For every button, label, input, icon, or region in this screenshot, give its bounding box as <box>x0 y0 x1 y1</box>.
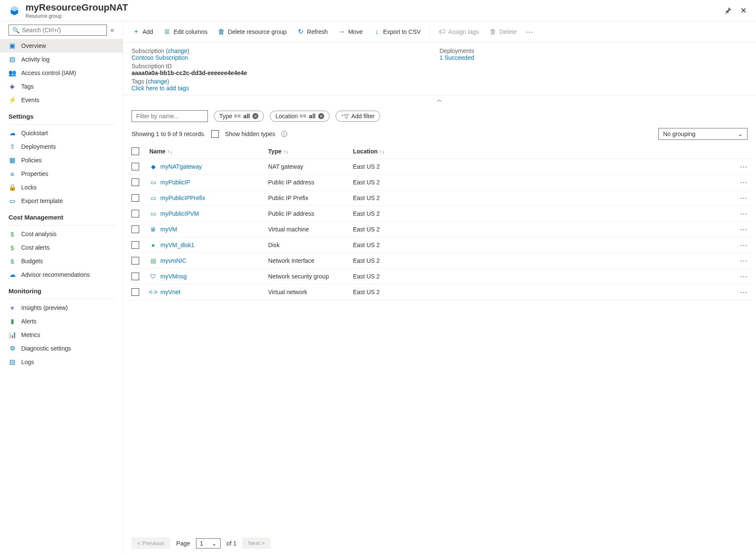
sidebar-item-access-control-iam-[interactable]: 👥Access control (IAM) <box>0 66 123 80</box>
status-row: Showing 1 to 9 of 9 records. Show hidden… <box>123 128 756 144</box>
row-checkbox[interactable] <box>132 257 139 264</box>
sidebar-item-export-template[interactable]: ▭Export template <box>0 194 123 208</box>
collapse-sidebar-icon[interactable]: « <box>110 26 114 34</box>
collapse-essentials-icon[interactable]: ︽ <box>123 95 756 104</box>
row-checkbox[interactable] <box>132 163 139 170</box>
search-icon: 🔍 <box>12 27 20 33</box>
resource-link[interactable]: myNATgateway <box>160 163 202 170</box>
resource-link[interactable]: myvmNIC <box>160 257 186 264</box>
col-name-header[interactable]: Name↑↓ <box>144 144 263 159</box>
sidebar-item-advisor-recommendations[interactable]: ☁Advisor recommendations <box>0 268 123 281</box>
sidebar-item-label: Quickstart <box>21 130 48 136</box>
sidebar-heading: Cost Management <box>0 208 123 223</box>
row-checkbox[interactable] <box>132 225 139 233</box>
row-more-icon[interactable]: ⋯ <box>731 237 753 253</box>
delete-button[interactable]: 🗑Delete <box>486 25 520 38</box>
assign-tags-button[interactable]: 🏷Assign tags <box>435 25 482 38</box>
row-more-icon[interactable]: ⋯ <box>731 284 753 300</box>
export-csv-button[interactable]: ↓Export to CSV <box>370 25 424 38</box>
row-checkbox[interactable] <box>132 194 139 202</box>
page-select[interactable]: 1 ⌄ <box>196 538 221 548</box>
row-more-icon[interactable]: ⋯ <box>731 159 753 175</box>
change-subscription-link[interactable]: change <box>168 47 188 54</box>
col-location-header[interactable]: Location↑↓ <box>348 144 731 159</box>
sidebar-item-alerts[interactable]: ▮Alerts <box>0 315 123 328</box>
resource-link[interactable]: myVM_disk1 <box>160 242 194 248</box>
select-all-checkbox[interactable] <box>132 148 139 155</box>
delete-group-button[interactable]: 🗑Delete resource group <box>214 25 290 38</box>
add-button[interactable]: ＋Add <box>129 25 157 39</box>
resource-type-cell: Network interface <box>263 253 348 269</box>
metrics-icon: 📊 <box>8 331 16 339</box>
resource-link[interactable]: myVMnsg <box>160 273 187 280</box>
row-more-icon[interactable]: ⋯ <box>731 175 753 190</box>
edit-columns-button[interactable]: ≣Edit columns <box>160 25 211 38</box>
more-commands-icon[interactable]: ⋯ <box>523 25 536 39</box>
sidebar-search[interactable]: 🔍 <box>8 25 107 36</box>
subscription-name-link[interactable]: Contoso Subscription <box>132 54 440 61</box>
search-input[interactable] <box>22 27 103 33</box>
show-hidden-checkbox[interactable] <box>211 130 219 138</box>
add-filter-button[interactable]: ⁺▽ Add filter <box>336 111 380 122</box>
col-type-header[interactable]: Type↑↓ <box>263 144 348 159</box>
table-row: 🛡myVMnsg Network security group East US … <box>126 269 753 284</box>
deployments-icon: ⇧ <box>8 143 16 150</box>
sidebar-item-activity-log[interactable]: ▤Activity log <box>0 53 123 66</box>
sidebar-item-logs[interactable]: ▤Logs <box>0 355 123 369</box>
grouping-select[interactable]: No grouping ⌄ <box>658 128 748 140</box>
sort-icon: ↑↓ <box>167 149 172 155</box>
row-checkbox[interactable] <box>132 241 139 249</box>
sidebar-item-diagnostic-settings[interactable]: ⚙Diagnostic settings <box>0 342 123 355</box>
sidebar-item-cost-analysis[interactable]: $Cost analysis <box>0 227 123 241</box>
deployments-link[interactable]: 1 Succeeded <box>440 54 748 61</box>
row-checkbox[interactable] <box>132 178 139 186</box>
next-page-button[interactable]: Next > <box>242 537 271 549</box>
resource-link[interactable]: myVnet <box>160 289 180 295</box>
clear-type-filter-icon[interactable]: ✕ <box>252 113 258 119</box>
filter-type-pill[interactable]: Type == all ✕ <box>214 111 264 122</box>
sidebar-item-label: Tags <box>21 83 34 90</box>
sidebar-item-insights-preview-[interactable]: ♥Insights (preview) <box>0 301 123 315</box>
row-checkbox[interactable] <box>132 273 139 280</box>
move-button[interactable]: →Move <box>335 25 366 38</box>
ip-icon: ▭ <box>149 210 157 217</box>
table-row: ◆myNATgateway NAT gateway East US 2 ⋯ <box>126 159 753 175</box>
add-tags-link[interactable]: Click here to add tags <box>132 85 748 92</box>
row-checkbox[interactable] <box>132 288 139 296</box>
sidebar-item-overview[interactable]: ▣Overview <box>0 39 123 53</box>
sidebar-item-metrics[interactable]: 📊Metrics <box>0 328 123 342</box>
sidebar-item-deployments[interactable]: ⇧Deployments <box>0 140 123 153</box>
info-icon[interactable]: i <box>281 131 287 137</box>
close-icon[interactable]: ✕ <box>739 6 748 15</box>
sidebar-item-policies[interactable]: ▦Policies <box>0 153 123 167</box>
prev-page-button[interactable]: < Previous <box>132 537 170 549</box>
row-more-icon[interactable]: ⋯ <box>731 269 753 284</box>
filter-name-input[interactable] <box>132 110 208 122</box>
sidebar-item-budgets[interactable]: $Budgets <box>0 254 123 268</box>
people-icon: 👥 <box>8 69 16 77</box>
separator <box>429 27 430 37</box>
sidebar-item-cost-alerts[interactable]: $Cost alerts <box>0 241 123 254</box>
resource-link[interactable]: myPublicIP <box>160 179 190 186</box>
filter-location-pill[interactable]: Location == all ✕ <box>270 111 330 122</box>
clear-location-filter-icon[interactable]: ✕ <box>318 113 324 119</box>
sidebar-item-quickstart[interactable]: ☁Quickstart <box>0 126 123 140</box>
resource-link[interactable]: myPublicIPVM <box>160 210 199 217</box>
sidebar-item-tags[interactable]: ◈Tags <box>0 80 123 93</box>
pin-icon[interactable] <box>724 6 732 15</box>
sidebar-item-locks[interactable]: 🔒Locks <box>0 181 123 194</box>
resource-link[interactable]: myVM <box>160 226 177 233</box>
activity-log-icon: ▤ <box>8 56 16 63</box>
resource-location-cell: East US 2 <box>348 159 731 175</box>
sidebar-item-properties[interactable]: ≡Properties <box>0 167 123 181</box>
properties-icon: ≡ <box>8 170 16 178</box>
row-more-icon[interactable]: ⋯ <box>731 222 753 237</box>
row-more-icon[interactable]: ⋯ <box>731 206 753 222</box>
resource-link[interactable]: myPublicIPPrefix <box>160 195 205 201</box>
refresh-button[interactable]: ↻Refresh <box>294 25 331 38</box>
sidebar-item-events[interactable]: ⚡Events <box>0 93 123 107</box>
row-more-icon[interactable]: ⋯ <box>731 190 753 206</box>
row-checkbox[interactable] <box>132 210 139 217</box>
change-tags-link[interactable]: change <box>148 78 167 85</box>
row-more-icon[interactable]: ⋯ <box>731 253 753 269</box>
